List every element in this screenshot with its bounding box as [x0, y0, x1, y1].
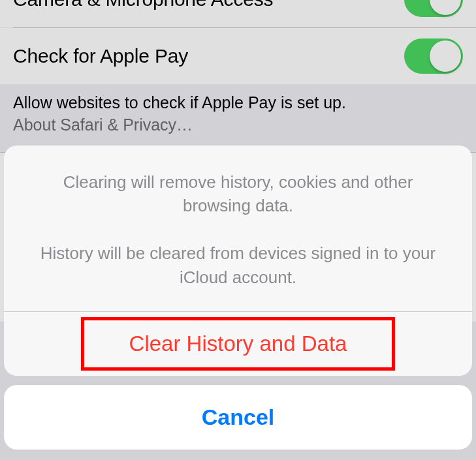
action-sheet: Clearing will remove history, cookies an… [4, 146, 472, 450]
clear-history-label: Clear History and Data [129, 331, 347, 356]
cancel-label: Cancel [202, 405, 275, 429]
message-line-1: Clearing will remove history, cookies an… [30, 170, 446, 218]
message-line-2: History will be cleared from devices sig… [30, 241, 446, 289]
cancel-button[interactable]: Cancel [4, 385, 472, 450]
action-sheet-body: Clearing will remove history, cookies an… [4, 146, 472, 376]
clear-history-button[interactable]: Clear History and Data [4, 312, 472, 376]
action-sheet-message: Clearing will remove history, cookies an… [4, 146, 472, 311]
